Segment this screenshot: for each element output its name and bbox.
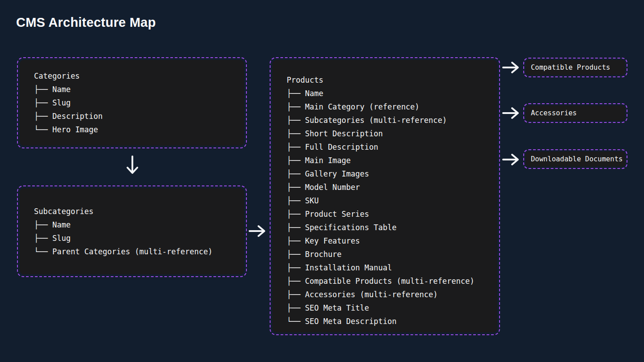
reference-node-label: Accessories	[525, 105, 625, 121]
tree-branch-glyph: ├──	[287, 277, 305, 286]
node-accessories: Accessories	[523, 103, 627, 123]
tree-item-label: Full Description	[305, 143, 378, 152]
tree-branch-glyph: ├──	[287, 143, 305, 152]
right-arrow-icon	[501, 60, 522, 75]
tree-item-label: Installation Manual	[305, 263, 392, 272]
tree-item-label: Name	[305, 89, 323, 98]
node-categories: Categories├── Name├── Slug├── Descriptio…	[17, 57, 247, 148]
tree-branch-glyph: ├──	[287, 196, 305, 205]
tree-item-label: Gallery Images	[305, 169, 369, 178]
tree-item-label: SKU	[305, 196, 319, 205]
tree-item: ├── Name	[287, 87, 497, 100]
tree-branch-glyph: ├──	[287, 236, 305, 245]
entity-title: Products	[287, 73, 497, 87]
cms-architecture-canvas: CMS Architecture Map Categories├── Name├…	[0, 0, 644, 362]
tree-item-label: SEO Meta Title	[305, 303, 369, 312]
tree-item: ├── Full Description	[287, 140, 497, 154]
tree-item: ├── Gallery Images	[287, 167, 497, 181]
tree-item-label: Model Number	[305, 183, 360, 192]
tree-item-label: Subcategories (multi-reference)	[305, 116, 447, 125]
tree-item-label: Short Description	[305, 129, 383, 138]
tree-item: ├── Main Category (reference)	[287, 100, 497, 114]
tree-branch-glyph: ├──	[287, 263, 305, 272]
tree-item-label: Main Image	[305, 156, 351, 165]
tree-item-label: Slug	[52, 98, 71, 107]
tree-item-label: Slug	[52, 234, 71, 243]
tree-item: ├── Main Image	[287, 154, 497, 167]
node-compatible-products: Compatible Products	[523, 58, 627, 77]
tree-branch-glyph: ├──	[34, 98, 52, 107]
tree-item-label: Key Features	[305, 236, 360, 245]
tree-item: └── Parent Categories (multi-reference)	[34, 245, 244, 258]
node-products: Products├── Name├── Main Category (refer…	[270, 57, 500, 335]
tree-branch-glyph: ├──	[34, 234, 52, 243]
tree-branch-glyph: ├──	[287, 223, 305, 232]
tree-item: ├── Subcategories (multi-reference)	[287, 114, 497, 127]
tree-branch-glyph: ├──	[34, 220, 52, 229]
tree-item: ├── Product Series	[287, 207, 497, 221]
tree-item: ├── Specifications Table	[287, 221, 497, 234]
tree-item: ├── Short Description	[287, 127, 497, 140]
tree-item-label: Main Category (reference)	[305, 102, 419, 111]
tree-branch-glyph: └──	[34, 125, 52, 134]
tree-branch-glyph: ├──	[287, 89, 305, 98]
tree-item-label: Compatible Products (multi-reference)	[305, 277, 475, 286]
tree-branch-glyph: ├──	[287, 303, 305, 312]
entity-title: Subcategories	[34, 205, 244, 218]
tree-item-label: Product Series	[305, 210, 369, 219]
tree-item: ├── Key Features	[287, 234, 497, 248]
products-tree: Products├── Name├── Main Category (refer…	[287, 73, 497, 328]
tree-branch-glyph: └──	[287, 317, 305, 326]
tree-item: ├── Compatible Products (multi-reference…	[287, 274, 497, 288]
tree-branch-glyph: ├──	[287, 183, 305, 192]
tree-branch-glyph: ├──	[287, 169, 305, 178]
reference-node-label: Compatible Products	[525, 60, 625, 75]
node-subcategories-body: Subcategories├── Name├── Slug└── Parent …	[20, 188, 244, 274]
tree-item-label: Brochure	[305, 250, 342, 259]
tree-branch-glyph: ├──	[287, 156, 305, 165]
tree-item: └── SEO Meta Description	[287, 315, 497, 328]
right-arrow-icon	[501, 152, 522, 167]
tree-item: ├── Accessories (multi-reference)	[287, 288, 497, 301]
node-products-body: Products├── Name├── Main Category (refer…	[272, 60, 497, 333]
tree-branch-glyph: ├──	[287, 116, 305, 125]
tree-item: ├── Description	[34, 109, 244, 123]
tree-branch-glyph: └──	[34, 247, 52, 256]
tree-item: ├── Slug	[34, 96, 244, 109]
tree-branch-glyph: ├──	[287, 102, 305, 111]
tree-item: ├── SKU	[287, 194, 497, 207]
tree-item-label: Accessories (multi-reference)	[305, 290, 438, 299]
tree-item-label: Specifications Table	[305, 223, 397, 232]
node-subcategories: Subcategories├── Name├── Slug└── Parent …	[17, 185, 247, 277]
tree-item: ├── Name	[34, 83, 244, 96]
entity-title: Categories	[34, 69, 244, 83]
tree-item-label: Description	[52, 112, 103, 121]
categories-tree: Categories├── Name├── Slug├── Descriptio…	[34, 69, 244, 136]
tree-item-label: Hero Image	[52, 125, 98, 134]
tree-item: ├── Installation Manual	[287, 261, 497, 274]
node-downloadable-documents: Downloadable Documents	[523, 149, 627, 169]
reference-node-label: Downloadable Documents	[525, 152, 625, 167]
down-arrow-icon	[125, 155, 140, 178]
tree-branch-glyph: ├──	[287, 250, 305, 259]
tree-item-label: SEO Meta Description	[305, 317, 397, 326]
node-categories-body: Categories├── Name├── Slug├── Descriptio…	[20, 60, 244, 146]
tree-item: ├── SEO Meta Title	[287, 301, 497, 315]
tree-item-label: Name	[52, 220, 71, 229]
tree-item: └── Hero Image	[34, 123, 244, 136]
right-arrow-icon	[501, 106, 522, 120]
tree-item: ├── Brochure	[287, 248, 497, 261]
tree-branch-glyph: ├──	[287, 210, 305, 219]
tree-branch-glyph: ├──	[287, 290, 305, 299]
tree-item: ├── Slug	[34, 232, 244, 245]
tree-item: ├── Model Number	[287, 181, 497, 194]
tree-item: ├── Name	[34, 218, 244, 232]
right-arrow-icon	[248, 224, 268, 238]
tree-branch-glyph: ├──	[34, 112, 52, 121]
tree-item-label: Parent Categories (multi-reference)	[52, 247, 212, 256]
tree-item-label: Name	[52, 85, 71, 94]
tree-branch-glyph: ├──	[34, 85, 52, 94]
subcategories-tree: Subcategories├── Name├── Slug└── Parent …	[34, 205, 244, 258]
tree-branch-glyph: ├──	[287, 129, 305, 138]
page-title: CMS Architecture Map	[16, 15, 156, 30]
